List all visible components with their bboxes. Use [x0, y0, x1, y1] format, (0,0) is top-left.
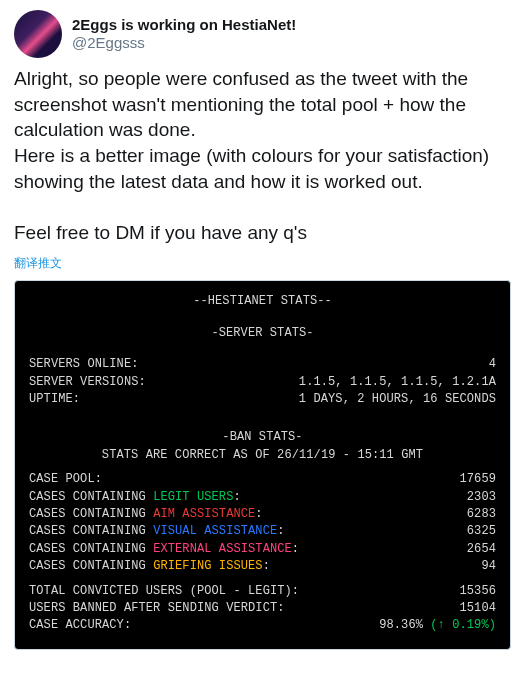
convicted-row: TOTAL CONVICTED USERS (POOL - LEGIT):153…: [29, 583, 496, 600]
server-stats-header: -SERVER STATS-: [29, 325, 496, 342]
value: 15356: [459, 583, 496, 600]
legit-row: CASES CONTAINING LEGIT USERS:2303: [29, 489, 496, 506]
display-name: 2Eggs is working on HestiaNet!: [72, 16, 296, 34]
ban-stats-header: -BAN STATS-: [29, 429, 496, 446]
label: TOTAL CONVICTED USERS (POOL - LEGIT):: [29, 583, 299, 600]
case-pool-row: CASE POOL:17659: [29, 471, 496, 488]
ban-stats-correct: STATS ARE CORRECT AS OF 26/11/19 - 15:11…: [29, 447, 496, 464]
visual-row: CASES CONTAINING VISUAL ASSISTANCE:6325: [29, 523, 496, 540]
terminal-title: --HESTIANET STATS--: [29, 293, 496, 310]
value: 98.36% (↑ 0.19%): [379, 617, 496, 634]
label: SERVER VERSIONS:: [29, 374, 146, 391]
value: 4: [489, 356, 496, 373]
user-info[interactable]: 2Eggs is working on HestiaNet! @2Eggsss: [72, 16, 296, 52]
label: CASES CONTAINING EXTERNAL ASSISTANCE:: [29, 541, 299, 558]
value: 2654: [467, 541, 496, 558]
value: 2303: [467, 489, 496, 506]
value: 6325: [467, 523, 496, 540]
label: SERVERS ONLINE:: [29, 356, 139, 373]
avatar[interactable]: [14, 10, 62, 58]
label: CASE ACCURACY:: [29, 617, 131, 634]
aim-row: CASES CONTAINING AIM ASSISTANCE:6283: [29, 506, 496, 523]
terminal-screenshot: --HESTIANET STATS-- -SERVER STATS- SERVE…: [14, 280, 511, 649]
value: 1.1.5, 1.1.5, 1.1.5, 1.2.1A: [299, 374, 496, 391]
value: 94: [481, 558, 496, 575]
tweet-header: 2Eggs is working on HestiaNet! @2Eggsss: [14, 10, 511, 58]
label: CASE POOL:: [29, 471, 102, 488]
external-row: CASES CONTAINING EXTERNAL ASSISTANCE:265…: [29, 541, 496, 558]
accuracy-row: CASE ACCURACY:98.36% (↑ 0.19%): [29, 617, 496, 634]
label: CASES CONTAINING VISUAL ASSISTANCE:: [29, 523, 285, 540]
user-handle: @2Eggsss: [72, 34, 296, 52]
value: 15104: [459, 600, 496, 617]
label: USERS BANNED AFTER SENDING VERDICT:: [29, 600, 285, 617]
value: 6283: [467, 506, 496, 523]
server-versions-row: SERVER VERSIONS:1.1.5, 1.1.5, 1.1.5, 1.2…: [29, 374, 496, 391]
value: 17659: [459, 471, 496, 488]
label: UPTIME:: [29, 391, 80, 408]
label: CASES CONTAINING LEGIT USERS:: [29, 489, 241, 506]
tweet-card: 2Eggs is working on HestiaNet! @2Eggsss …: [0, 0, 525, 660]
griefing-row: CASES CONTAINING GRIEFING ISSUES:94: [29, 558, 496, 575]
servers-online-row: SERVERS ONLINE:4: [29, 356, 496, 373]
value: 1 DAYS, 2 HOURS, 16 SECONDS: [299, 391, 496, 408]
label: CASES CONTAINING AIM ASSISTANCE:: [29, 506, 263, 523]
translate-link[interactable]: 翻译推文: [14, 255, 511, 272]
label: CASES CONTAINING GRIEFING ISSUES:: [29, 558, 270, 575]
uptime-row: UPTIME:1 DAYS, 2 HOURS, 16 SECONDS: [29, 391, 496, 408]
banned-row: USERS BANNED AFTER SENDING VERDICT:15104: [29, 600, 496, 617]
tweet-text: Alright, so people were confused as the …: [14, 66, 511, 245]
